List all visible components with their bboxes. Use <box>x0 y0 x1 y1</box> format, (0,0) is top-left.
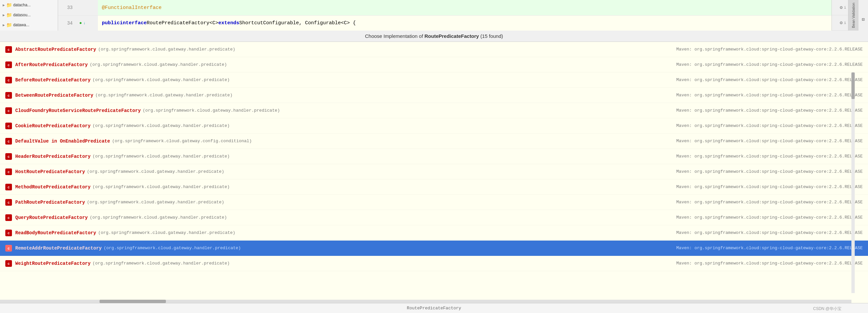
tree-label-1: datacha... <box>13 3 31 7</box>
result-row[interactable]: cMethodRoutePredicateFactory (org.spring… <box>0 179 868 195</box>
collapse-button[interactable]: ⊡ <box>858 0 868 31</box>
gear-icon-1[interactable]: ⚙ <box>840 5 842 10</box>
gear-column: ⚙ i ⚙ i <box>832 0 848 31</box>
class-badge: c <box>5 92 12 99</box>
result-row[interactable]: cReadBodyRoutePredicateFactory (org.spri… <box>0 225 868 240</box>
header-bold: RoutePredicateFactory <box>424 33 479 39</box>
tree-item-1[interactable]: ▶ 📁 datacha... <box>0 0 58 10</box>
package-name-text: (org.springframework.cloud.gateway.handl… <box>90 215 227 220</box>
right-panel: ⚙ i ⚙ i Bean Validation ⊡ <box>832 0 868 31</box>
tree-arrow-3: ▶ <box>3 23 5 27</box>
code-content-33: @FunctionalInterface <box>98 5 832 11</box>
result-row[interactable]: cHostRoutePredicateFactory (org.springfr… <box>0 164 868 179</box>
maven-info-text: Maven: org.springframework.cloud:spring-… <box>676 47 863 52</box>
result-row[interactable]: cRemoteAddrRoutePredicateFactory (org.sp… <box>0 240 868 256</box>
scrollbar-thumb[interactable] <box>851 73 855 99</box>
horiz-scrollbar-thumb[interactable] <box>99 300 166 303</box>
class-badge: c <box>5 46 12 53</box>
code-content-34: public interface RoutePredicateFactory<C… <box>98 20 832 26</box>
class-name-text: RemoteAddrRoutePredicateFactory <box>15 246 101 251</box>
package-name-text: (org.springframework.cloud.gateway.handl… <box>90 62 227 67</box>
maven-info-text: Maven: org.springframework.cloud:spring-… <box>676 261 863 266</box>
package-name-text: (org.springframework.cloud.gateway.handl… <box>143 108 280 113</box>
package-name-text: (org.springframework.cloud.gateway.handl… <box>98 47 235 52</box>
class-badge: c <box>5 184 12 190</box>
class-badge: c <box>5 168 12 175</box>
result-row[interactable]: cBeforeRoutePredicateFactory (org.spring… <box>0 73 868 88</box>
maven-info-text: Maven: org.springframework.cloud:spring-… <box>676 154 863 159</box>
class-badge: c <box>5 245 12 252</box>
result-rows-container: cAbstractRoutePredicateFactory (org.spri… <box>0 42 868 271</box>
class-name-text: HeaderRoutePredicateFactory <box>15 154 91 159</box>
results-list: cAbstractRoutePredicateFactory (org.spri… <box>0 42 868 303</box>
code-line-34: 34 ● ↓ public interface RoutePredicateFa… <box>58 15 832 31</box>
folder-icon-1: 📁 <box>6 2 12 8</box>
vertical-scrollbar[interactable] <box>851 73 855 293</box>
package-name-text: (org.springframework.cloud.gateway.handl… <box>93 261 229 266</box>
line-number-34: 34 <box>58 16 78 31</box>
bean-panel[interactable]: Bean Validation <box>848 0 858 31</box>
choose-implementation-header: Choose Implementation of RoutePredicateF… <box>0 31 868 42</box>
tree-item-3[interactable]: ▶ 📁 datawa... <box>0 20 58 30</box>
project-tree: ▶ 📁 datacha... ▶ 📁 datasou... ▶ 📁 datawa… <box>0 0 58 31</box>
class-name-text: HostRoutePredicateFactory <box>15 169 85 174</box>
package-name-text: (org.springframework.cloud.gateway.handl… <box>95 93 232 98</box>
result-row[interactable]: cAbstractRoutePredicateFactory (org.spri… <box>0 42 868 57</box>
tree-label-3: datawa... <box>13 23 30 27</box>
class-badge: c <box>5 77 12 83</box>
result-row[interactable]: cQueryRoutePredicateFactory (org.springf… <box>0 210 868 225</box>
maven-info-text: Maven: org.springframework.cloud:spring-… <box>676 169 863 174</box>
header-suffix: (15 found) <box>479 33 503 39</box>
result-row[interactable]: cCookieRoutePredicateFactory (org.spring… <box>0 118 868 134</box>
class-badge: c <box>5 123 12 129</box>
package-name-text: (org.springframework.cloud.gateway.handl… <box>93 123 229 128</box>
result-row[interactable]: cBetweenRoutePredicateFactory (org.sprin… <box>0 88 868 103</box>
line-arrow-2: i <box>844 21 846 25</box>
result-row[interactable]: cAfterRoutePredicateFactory (org.springf… <box>0 57 868 73</box>
maven-info-text: Maven: org.springframework.cloud:spring-… <box>676 246 863 251</box>
gear-icon-2[interactable]: ⚙ <box>840 20 842 26</box>
package-name-text: (org.springframework.cloud.gateway.handl… <box>103 246 241 251</box>
class-badge: c <box>5 214 12 221</box>
folder-icon-3: 📁 <box>6 22 12 28</box>
class-name-text: DefaultValue in OnEnabledPredicate <box>15 139 110 144</box>
code-editor-area: ▶ 📁 datacha... ▶ 📁 datasou... ▶ 📁 datawa… <box>0 0 868 31</box>
line-icons-33 <box>78 0 98 15</box>
class-name-text: ReadBodyRoutePredicateFactory <box>15 230 96 235</box>
code-lines: 33 @FunctionalInterface 34 ● ↓ public in… <box>58 0 832 31</box>
class-badge: c <box>5 230 12 236</box>
class-name-text: QueryRoutePredicateFactory <box>15 215 88 220</box>
expand-icon: ⊡ <box>862 17 864 22</box>
class-badge: c <box>5 260 12 267</box>
class-badge: c <box>5 199 12 206</box>
extends-keyword: extends <box>218 20 239 26</box>
bottom-bar: RoutePredicateFactory <box>0 303 868 313</box>
class-name-text: CloudFoundryRouteServiceRoutePredicateFa… <box>15 108 141 113</box>
horizontal-scrollbar[interactable] <box>0 300 851 303</box>
result-row[interactable]: cPathRoutePredicateFactory (org.springfr… <box>0 195 868 210</box>
class-name-text: BeforeRoutePredicateFactory <box>15 78 91 83</box>
functional-interface-text: FunctionalInterface <box>105 5 162 11</box>
gear-row-2: ⚙ i <box>832 15 848 31</box>
route-predicate-factory-name: RoutePredicateFactory<C> <box>147 20 218 26</box>
folder-icon-2: 📁 <box>6 12 12 18</box>
class-name-text: AfterRoutePredicateFactory <box>15 62 88 67</box>
result-row[interactable]: cHeaderRoutePredicateFactory (org.spring… <box>0 149 868 164</box>
package-name-text: (org.springframework.cloud.gateway.handl… <box>93 154 229 159</box>
result-row[interactable]: cDefaultValue in OnEnabledPredicate (org… <box>0 134 868 149</box>
package-name-text: (org.springframework.cloud.gateway.handl… <box>87 200 224 205</box>
maven-info-text: Maven: org.springframework.cloud:spring-… <box>676 200 863 205</box>
result-row[interactable]: cCloudFoundryRouteServiceRoutePredicateF… <box>0 103 868 118</box>
maven-info-text: Maven: org.springframework.cloud:spring-… <box>676 108 863 113</box>
result-row[interactable]: cWeightRoutePredicateFactory (org.spring… <box>0 256 868 271</box>
line-icons-34: ● ↓ <box>78 16 98 31</box>
tree-label-2: datasou... <box>13 12 31 17</box>
green-icon: ● <box>79 21 82 26</box>
tree-item-2[interactable]: ▶ 📁 datasou... <box>0 10 58 20</box>
main-layout: ▶ 📁 datacha... ▶ 📁 datasou... ▶ 📁 datawa… <box>0 0 868 313</box>
tree-arrow-2: ▶ <box>3 13 5 17</box>
tree-arrow-1: ▶ <box>3 3 5 7</box>
maven-info-text: Maven: org.springframework.cloud:spring-… <box>676 93 863 98</box>
package-name-text: (org.springframework.cloud.gateway.handl… <box>93 78 229 82</box>
package-name-text: (org.springframework.cloud.gateway.confi… <box>112 139 252 144</box>
